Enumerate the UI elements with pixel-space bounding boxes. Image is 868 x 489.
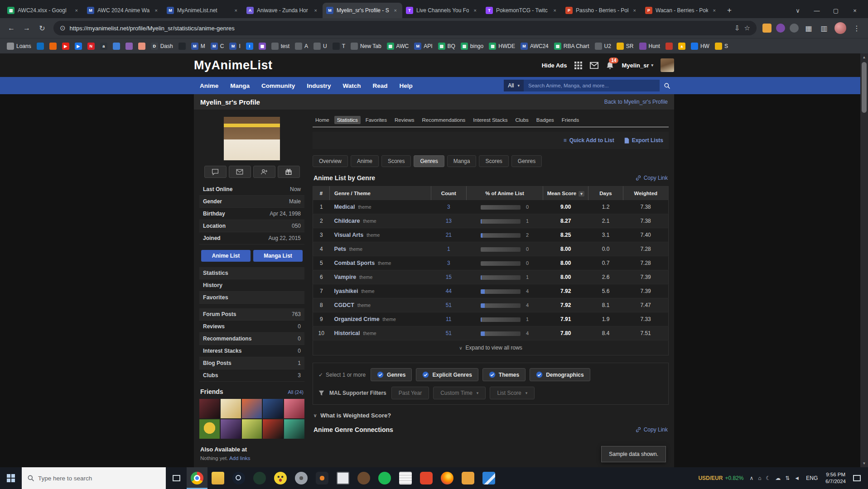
tray-chevron-icon[interactable]: ∧ [747,475,756,481]
browser-tab[interactable]: P Wacan - Berries - Pok × [641,3,721,18]
bookmark-item[interactable]: SR [614,41,636,51]
profile-tab[interactable]: Clubs [512,116,531,124]
tab-search-icon[interactable]: ∨ [788,2,807,19]
profile-avatar[interactable] [224,117,280,160]
extension-icon[interactable] [762,24,772,33]
tab-close-icon[interactable]: × [632,7,638,14]
taskbar-app-game[interactable] [249,467,270,489]
bookmark-item[interactable]: I [244,41,256,51]
header-avatar[interactable] [661,58,674,72]
browser-tab[interactable]: ▤ AWC24.xlsx - Googl × [4,3,83,18]
friend-avatar[interactable] [284,419,304,439]
start-button[interactable] [0,467,22,489]
browser-tab[interactable]: M MyAnimeList.net × [163,3,243,18]
nav-link[interactable]: Industry [301,82,337,89]
browser-tab[interactable]: T Live Channels You Fo × [402,3,482,18]
friend-avatar[interactable] [263,419,283,439]
taskbar-app-file-explorer[interactable] [207,467,228,489]
genre-link[interactable]: Pets [334,246,346,252]
sidebar-count-row[interactable]: Blog Posts 1 [199,357,304,369]
bookmark-item[interactable]: ▤ AWC [385,41,411,51]
friend-avatar[interactable] [242,419,262,439]
tab-close-icon[interactable]: × [73,7,80,14]
maximize-button[interactable]: ▢ [826,2,845,19]
browser-tab[interactable]: M AWC 2024 Anime Wa × [83,3,163,18]
profile-tab[interactable]: Interest Stacks [470,116,510,124]
browser-profile-avatar[interactable] [834,22,846,34]
action-center-icon[interactable] [853,475,861,481]
genre-type-button[interactable]: Genres [371,368,412,381]
bookmark-item[interactable]: A [293,41,310,51]
extension-icon[interactable] [790,24,799,33]
tray-moon-icon[interactable]: ☾ [764,475,773,481]
bookmark-item[interactable]: D Dash [149,41,175,51]
reload-button[interactable]: ↻ [35,21,49,35]
stats-tab[interactable]: Scores [479,155,508,167]
genre-link[interactable]: Visual Arts [334,232,364,238]
taskbar-app-steam[interactable] [228,467,249,489]
bookmark-item[interactable]: ▶ [60,41,72,51]
tab-close-icon[interactable]: × [233,7,239,14]
bookmark-item[interactable] [34,41,46,51]
bookmark-item[interactable]: test [269,41,292,51]
language-indicator[interactable]: ENG [802,475,822,481]
col-mean-score[interactable]: Mean Score▾ [543,187,588,201]
genre-link[interactable]: CGDCT [334,302,354,308]
mal-logo[interactable]: MyAnimeList [194,58,273,72]
messages-icon[interactable] [590,61,598,70]
nav-link[interactable]: Community [256,82,301,89]
taskbar-search[interactable] [22,467,166,489]
bookmark-item[interactable]: ▦ [256,41,268,51]
tray-volume-icon[interactable]: ◄ [792,475,802,481]
bookmark-item[interactable] [111,41,122,51]
supporter-filter-button[interactable]: Custom Time ▾ [433,387,486,399]
friends-all-link[interactable]: All (24) [288,389,304,395]
sidebar-link[interactable]: Favorites [199,292,304,304]
genre-type-button[interactable]: Themes [482,368,526,381]
taskbar-app-reader[interactable] [416,467,437,489]
genre-count-link[interactable]: 51 [446,302,452,308]
extension-icon[interactable] [776,24,785,33]
profile-tab[interactable]: Favorites [363,116,390,124]
profile-tab[interactable]: Statistics [334,116,361,124]
bookmark-item[interactable]: ▤ bingo [458,41,486,51]
browser-menu-icon[interactable]: ⋮ [850,21,863,35]
browser-tab[interactable]: M Myelin_sr's Profile - S × [323,3,402,18]
gift-button[interactable] [278,166,300,178]
back-to-profile-link[interactable]: Back to Myelin_sr's Profile [604,99,668,105]
export-lists-link[interactable]: Export Lists [624,137,663,144]
nav-link[interactable]: Anime [194,82,224,89]
profile-tab[interactable]: Recommendations [419,116,468,124]
genre-count-link[interactable]: 21 [446,232,452,238]
browser-tab[interactable]: P Passho - Berries - Pok × [562,3,641,18]
sort-caret-icon[interactable]: ▾ [579,191,584,197]
extensions-puzzle-icon[interactable]: ▦ [802,21,815,35]
bookmark-item[interactable]: ▶ [72,41,84,51]
browser-tab[interactable]: T PokemonTCG - Twitc × [482,3,562,18]
supporter-filter-button[interactable]: List Score ▾ [490,387,535,399]
bookmark-item[interactable]: New Tab [348,41,383,51]
profile-tab[interactable]: Home [313,116,332,124]
taskbar-app-pokemmo[interactable] [458,467,478,489]
genre-count-link[interactable]: 13 [446,218,452,224]
scroll-down-icon[interactable]: ▼ [863,460,866,467]
notifications-bell-icon[interactable]: 14 [606,61,614,70]
bookmark-item[interactable]: M AWC24 [518,41,551,51]
tray-cloud-icon[interactable]: ☁ [773,475,783,481]
genre-count-link[interactable]: 51 [446,330,452,336]
add-friend-button[interactable] [253,166,275,178]
genre-link[interactable]: Iyashikei [334,288,358,294]
nav-link[interactable]: Help [394,82,419,89]
bookmark-item[interactable]: HW [689,41,712,51]
hide-ads-link[interactable]: Hide Ads [542,62,567,69]
bookmark-item[interactable]: U2 [593,41,613,51]
site-info-icon[interactable]: ⊙ [60,24,66,32]
comment-button[interactable] [204,166,227,178]
bookmark-item[interactable]: M I [227,41,242,51]
sidebar-count-row[interactable]: Forum Posts 763 [199,308,304,321]
nav-link[interactable]: Manga [224,82,256,89]
friend-avatar[interactable] [242,399,262,418]
new-tab-button[interactable]: + [723,4,736,17]
taskbar-app-notepad[interactable] [395,467,416,489]
genre-count-link[interactable]: 3 [447,204,450,210]
